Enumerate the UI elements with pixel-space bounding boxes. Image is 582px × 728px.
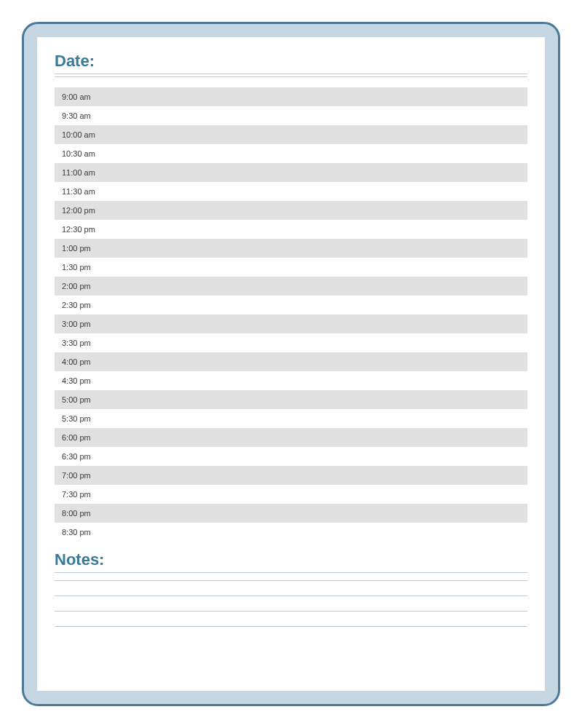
time-label: 12:00 pm	[62, 206, 95, 215]
time-label: 2:30 pm	[62, 301, 91, 309]
time-label: 2:00 pm	[62, 282, 91, 290]
time-label: 9:30 am	[62, 111, 91, 120]
time-label: 9:00 am	[62, 92, 91, 101]
time-label: 5:00 pm	[62, 395, 91, 404]
notes-underline-1	[55, 572, 527, 573]
time-label: 4:30 pm	[62, 376, 91, 385]
time-row: 5:30 pm	[55, 409, 527, 428]
time-row: 4:00 pm	[55, 352, 527, 371]
time-row: 12:30 pm	[55, 220, 527, 239]
time-label: 7:00 pm	[62, 471, 91, 480]
time-label: 3:30 pm	[62, 339, 91, 347]
notes-lines	[55, 580, 527, 627]
time-row: 5:00 pm	[55, 390, 527, 409]
time-row: 1:00 pm	[55, 239, 527, 258]
time-row: 3:30 pm	[55, 333, 527, 352]
time-row: 7:30 pm	[55, 485, 527, 504]
time-row: 1:30 pm	[55, 258, 527, 277]
note-line	[55, 580, 527, 581]
time-label: 5:30 pm	[62, 414, 91, 423]
time-row: 10:00 am	[55, 125, 527, 144]
time-row: 4:30 pm	[55, 371, 527, 390]
planner-inner-page: Date: 9:00 am9:30 am10:00 am10:30 am11:0…	[37, 37, 545, 691]
time-row: 11:00 am	[55, 163, 527, 182]
time-label: 6:00 pm	[62, 433, 91, 442]
time-label: 7:30 pm	[62, 490, 91, 499]
time-label: 1:00 pm	[62, 244, 91, 253]
time-row: 11:30 am	[55, 182, 527, 201]
time-label: 6:30 pm	[62, 452, 91, 461]
notes-heading: Notes:	[55, 550, 527, 569]
time-label: 8:30 pm	[62, 528, 91, 537]
date-heading: Date:	[55, 52, 527, 71]
time-label: 10:00 am	[62, 130, 95, 139]
schedule-list: 9:00 am9:30 am10:00 am10:30 am11:00 am11…	[55, 87, 527, 542]
date-underline-2	[55, 76, 527, 77]
time-label: 1:30 pm	[62, 263, 91, 272]
time-row: 10:30 am	[55, 144, 527, 163]
time-row: 3:00 pm	[55, 314, 527, 333]
notes-section: Notes:	[55, 550, 527, 641]
time-row: 7:00 pm	[55, 466, 527, 485]
time-row: 2:30 pm	[55, 296, 527, 314]
note-line	[55, 596, 527, 596]
time-label: 4:00 pm	[62, 357, 91, 366]
time-row: 9:30 am	[55, 106, 527, 125]
time-label: 11:00 am	[62, 168, 95, 177]
note-line	[55, 611, 527, 612]
time-row: 8:00 pm	[55, 504, 527, 523]
time-row: 6:30 pm	[55, 447, 527, 466]
time-label: 10:30 am	[62, 149, 95, 158]
time-row: 2:00 pm	[55, 277, 527, 296]
time-label: 8:00 pm	[62, 509, 91, 518]
time-row: 6:00 pm	[55, 428, 527, 447]
time-row: 9:00 am	[55, 87, 527, 106]
time-label: 12:30 pm	[62, 225, 95, 234]
time-row: 12:00 pm	[55, 201, 527, 220]
planner-outer-frame: Date: 9:00 am9:30 am10:00 am10:30 am11:0…	[22, 22, 560, 706]
time-label: 11:30 am	[62, 187, 95, 196]
date-underline-1	[55, 74, 527, 74]
time-label: 3:00 pm	[62, 320, 91, 328]
note-line	[55, 626, 527, 627]
time-row: 8:30 pm	[55, 523, 527, 542]
